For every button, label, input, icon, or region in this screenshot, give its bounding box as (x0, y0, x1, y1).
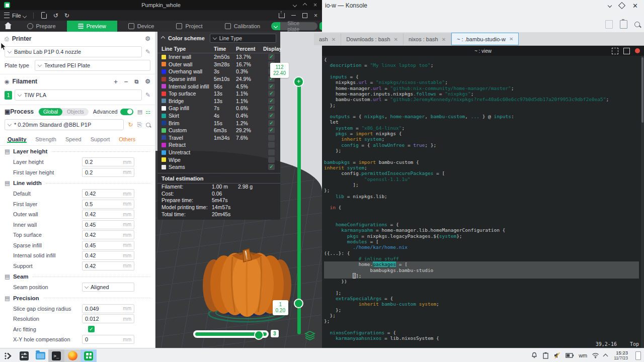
export-icon[interactable] (279, 13, 285, 18)
edit-icon[interactable]: ✎ (145, 48, 150, 55)
file-manager-button[interactable] (32, 349, 48, 362)
close-tab-icon[interactable]: ✕ (394, 37, 398, 42)
app-launcher-button[interactable] (0, 349, 16, 362)
search-icon[interactable] (634, 22, 640, 27)
scope-global-button[interactable]: Global (39, 108, 62, 116)
close-icon[interactable]: × (313, 3, 317, 8)
layer-slider-track[interactable] (297, 80, 301, 334)
clock[interactable]: 15:23 11/7/23 (614, 350, 628, 360)
close-tab-icon[interactable]: ✕ (509, 36, 513, 42)
minimize-icon[interactable] (293, 3, 297, 7)
terminal[interactable]: { description = "My linux laptop too"; i… (322, 56, 644, 348)
section-header[interactable]: ▤Seam (0, 271, 155, 282)
battery-icon[interactable] (566, 352, 574, 358)
section-header[interactable]: ▤Precision (0, 293, 155, 304)
setting-input[interactable]: 0.45mm (82, 220, 134, 229)
gear-icon[interactable]: ⚙ (145, 78, 150, 85)
setting-input[interactable]: 0.42mm (82, 230, 134, 239)
display-checkbox[interactable]: ✓ (268, 54, 275, 60)
tab-device[interactable]: Device (117, 21, 166, 32)
step-slider-handle[interactable] (254, 330, 264, 340)
tab-speed[interactable]: Speed (61, 136, 86, 142)
split-view-icon[interactable] (623, 48, 630, 54)
setting-select[interactable]: Aligned (82, 283, 134, 292)
printer-preset-select[interactable]: Bambu Lab P1P 0.4 nozzle (5, 46, 142, 57)
sync-filament-icon[interactable]: ⧉ (134, 78, 138, 85)
minimize-icon[interactable] (608, 4, 612, 8)
show-desktop-button[interactable] (635, 351, 641, 360)
paste-icon[interactable] (620, 20, 627, 29)
display-checkbox[interactable]: ✓ (268, 164, 275, 170)
setting-input[interactable]: 0.049mm (82, 304, 134, 313)
display-checkbox[interactable]: ✓ (268, 157, 275, 163)
window-maximize-icon[interactable] (302, 13, 307, 18)
step-slider-track[interactable] (195, 332, 267, 336)
layer-slider-bottom-handle[interactable] (294, 299, 303, 308)
tab-others[interactable]: Others (114, 136, 140, 142)
layers-view-icon[interactable] (304, 330, 315, 341)
system-settings-button[interactable] (16, 349, 32, 362)
collapse-icon[interactable] (161, 36, 165, 40)
maximize-icon[interactable] (618, 2, 625, 9)
display-checkbox[interactable]: ✓ (268, 113, 275, 119)
edit-icon[interactable]: ✎ (145, 92, 150, 99)
close-tab-icon[interactable]: ✕ (332, 37, 336, 42)
terminal-tab[interactable]: Downloads : bash✕ (341, 33, 404, 45)
maximize-icon[interactable] (303, 3, 307, 7)
reset-icon[interactable]: ↻ (128, 121, 133, 128)
param-compare-icon[interactable]: ⚏ (145, 109, 150, 115)
display-checkbox[interactable]: ✓ (268, 142, 275, 148)
tab-prepare[interactable]: Prepare (16, 21, 67, 32)
copy-icon[interactable] (605, 20, 613, 29)
file-menu[interactable]: File (12, 13, 21, 19)
bambu-task-button[interactable] (80, 349, 97, 362)
firefox-task-button[interactable] (64, 349, 80, 362)
window-minimize-icon[interactable] (291, 15, 296, 16)
tab-calibration[interactable]: Calibration (214, 21, 272, 32)
display-checkbox[interactable]: ✓ (268, 135, 275, 141)
display-checkbox[interactable]: ✓ (268, 83, 275, 89)
konsole-task-button[interactable]: >_ (48, 349, 64, 362)
setting-input[interactable]: 0.012mm (82, 314, 134, 323)
display-checkbox[interactable]: ✓ (268, 127, 275, 133)
setting-input[interactable]: 0.42mm (82, 251, 134, 260)
close-icon[interactable]: ✕ (632, 2, 638, 10)
setting-input[interactable]: 0.42mm (82, 189, 134, 198)
setting-input[interactable]: 0mm (82, 335, 134, 344)
undo-icon[interactable]: ↺ (53, 12, 58, 19)
terminal-scrollbar[interactable] (641, 56, 644, 348)
display-checkbox[interactable]: ✓ (268, 90, 275, 97)
search-icon[interactable] (146, 123, 150, 127)
save-icon[interactable]: ⎘ (137, 121, 142, 128)
new-project-icon[interactable] (41, 12, 47, 19)
tab-quality[interactable]: Quality (3, 136, 31, 142)
window-manager-tray-label[interactable]: wm (579, 352, 587, 358)
advanced-toggle[interactable] (120, 109, 133, 115)
audio-muted-icon[interactable] (553, 352, 561, 359)
checkbox-checked[interactable]: ✓ (88, 326, 95, 332)
gear-icon[interactable]: ⚙ (145, 35, 150, 42)
tab-preview[interactable]: Preview (67, 21, 117, 32)
display-checkbox[interactable]: ✓ (268, 105, 275, 111)
terminal-tab-active[interactable]: ~ : .bambu-studio-w✕ (451, 33, 519, 45)
slice-options-button[interactable] (271, 22, 280, 30)
preview-viewport[interactable]: Color scheme Line Type Line Type Time Pe… (155, 32, 322, 348)
setting-input[interactable]: 0.42mm (82, 210, 134, 219)
scope-objects-button[interactable]: Objects (62, 108, 89, 116)
window-close-icon[interactable]: × (314, 13, 317, 18)
redo-icon[interactable]: ↻ (64, 12, 69, 19)
display-checkbox[interactable]: ✓ (268, 98, 275, 104)
filament-select[interactable]: TIW PLA (15, 89, 142, 101)
tab-strength[interactable]: Strength (31, 136, 61, 142)
terminal-tab[interactable]: ash✕ (314, 33, 341, 45)
section-header[interactable]: ▤Line width (0, 177, 155, 189)
setting-input[interactable]: 0.2mm (82, 168, 134, 177)
wifi-icon[interactable] (592, 352, 599, 358)
menu-icon[interactable] (4, 13, 10, 18)
select-region-icon[interactable] (612, 48, 618, 54)
step-slider[interactable]: 3 (193, 330, 269, 338)
add-filament-button[interactable]: + (114, 78, 118, 85)
setting-input[interactable]: 0.2mm (82, 157, 134, 166)
tab-support[interactable]: Support (86, 136, 115, 142)
section-header[interactable]: ▤Layer height (0, 146, 155, 157)
